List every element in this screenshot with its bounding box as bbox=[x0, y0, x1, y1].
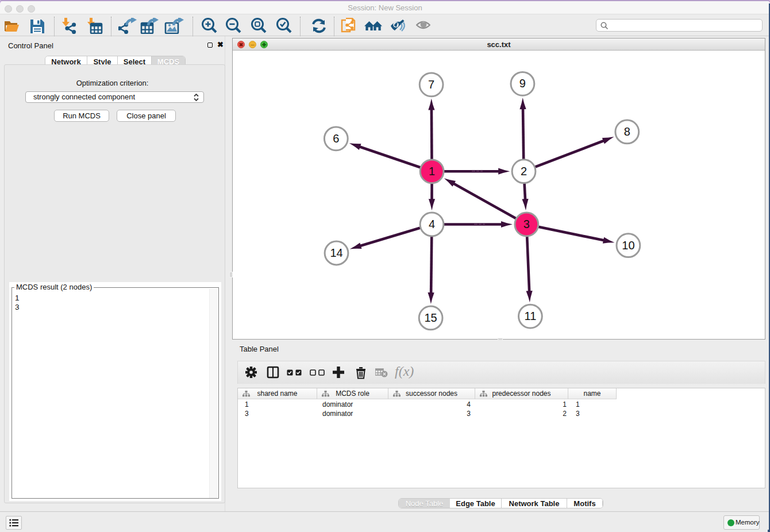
svg-text:1: 1 bbox=[429, 164, 435, 177]
svg-text:14: 14 bbox=[330, 246, 342, 259]
svg-text:8: 8 bbox=[623, 125, 630, 137]
svg-text:7: 7 bbox=[428, 78, 434, 90]
svg-text:2: 2 bbox=[520, 164, 526, 177]
svg-text:6: 6 bbox=[333, 132, 339, 144]
svg-text:10: 10 bbox=[622, 238, 634, 251]
svg-text:11: 11 bbox=[524, 310, 536, 322]
svg-text:3: 3 bbox=[523, 218, 529, 230]
svg-text:9: 9 bbox=[519, 77, 525, 90]
svg-text:15: 15 bbox=[424, 311, 437, 323]
svg-text:4: 4 bbox=[428, 218, 434, 230]
